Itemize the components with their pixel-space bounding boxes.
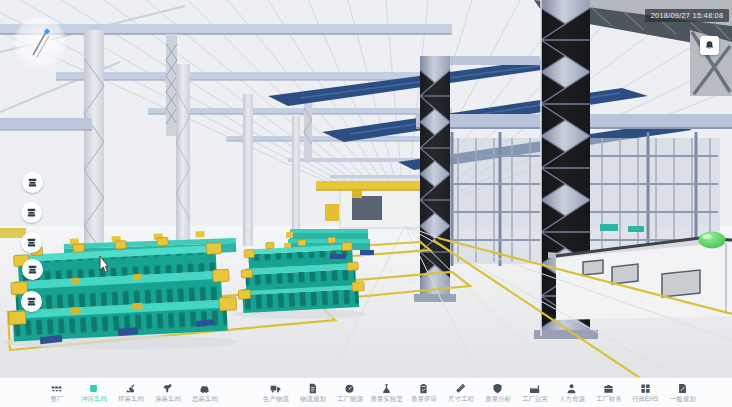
machine-hotspot-5[interactable] (21, 291, 42, 312)
factory-icon (529, 383, 540, 394)
tab-welding-shop[interactable]: 焊装车间 (112, 378, 149, 407)
assembly-shop-icon (199, 383, 210, 394)
module-quality-lab[interactable]: 质量实验室 (368, 378, 405, 407)
module-quality-analysis[interactable]: 质量分析 (479, 378, 516, 407)
notification-button[interactable] (700, 36, 719, 55)
press-machine-icon (26, 207, 37, 218)
tab-painting-shop[interactable]: 涂装车间 (149, 378, 186, 407)
machine-hotspot-2[interactable] (21, 202, 42, 223)
truck-icon (270, 383, 281, 394)
ruler-icon (455, 383, 466, 394)
person-icon (566, 383, 577, 394)
press-machine-icon (26, 237, 37, 248)
grid-icon (640, 383, 651, 394)
tab-whole-plant[interactable]: 整厂 (38, 378, 75, 407)
machine-hotspot-4[interactable] (22, 259, 43, 280)
plant-overview-icon (51, 383, 62, 394)
welding-shop-icon (125, 383, 136, 394)
module-dimension-engineering[interactable]: 尺寸工程 (442, 378, 479, 407)
briefcase-icon (603, 383, 614, 394)
painting-shop-icon (162, 383, 173, 394)
column-a (414, 56, 456, 302)
plan-icon (677, 383, 688, 394)
module-general-planning[interactable]: 一般规划 (664, 378, 701, 407)
machine-hotspot-3[interactable] (21, 232, 42, 253)
flask-icon (381, 383, 392, 394)
timestamp-chip: 2018/09/27 15:48:08 (645, 9, 729, 22)
compass-widget[interactable] (13, 17, 67, 71)
bottom-toolbar: 整厂 冲压车间 焊装车间 涂装车间 总装车间 生产物流 物流规划 (0, 377, 732, 407)
module-factory-finance[interactable]: 工厂财务 (590, 378, 627, 407)
press-machine-icon (27, 177, 38, 188)
module-factory-energy[interactable]: 工厂能源 (331, 378, 368, 407)
module-quality-review[interactable]: 质量评审 (405, 378, 442, 407)
press-machine-icon (26, 296, 37, 307)
toolbar-spacer (223, 378, 257, 407)
stamping-shop-icon (88, 383, 99, 394)
module-logistics-planning[interactable]: 物流规划 (294, 378, 331, 407)
bell-icon (704, 40, 715, 51)
3d-viewport[interactable] (0, 0, 732, 378)
module-human-resources[interactable]: 人力资源 (553, 378, 590, 407)
tab-assembly-shop[interactable]: 总装车间 (186, 378, 223, 407)
green-status-marker[interactable] (699, 232, 726, 249)
app-window: 2018/09/27 15:48:08 整厂 冲压车间 (0, 0, 732, 407)
document-icon (307, 383, 318, 394)
shield-icon (492, 383, 503, 394)
gauge-icon (344, 383, 355, 394)
module-production-logistics[interactable]: 生产物流 (257, 378, 294, 407)
press-machine-icon (27, 264, 38, 275)
clipboard-icon (418, 383, 429, 394)
tab-stamping-shop[interactable]: 冲压车间 (75, 378, 112, 407)
compass-icon (13, 17, 67, 71)
module-admin-ehs[interactable]: 行政EHS (627, 378, 664, 407)
machine-hotspot-1[interactable] (22, 172, 43, 193)
scene-3d (0, 0, 732, 378)
module-factory-operations[interactable]: 工厂运营 (516, 378, 553, 407)
